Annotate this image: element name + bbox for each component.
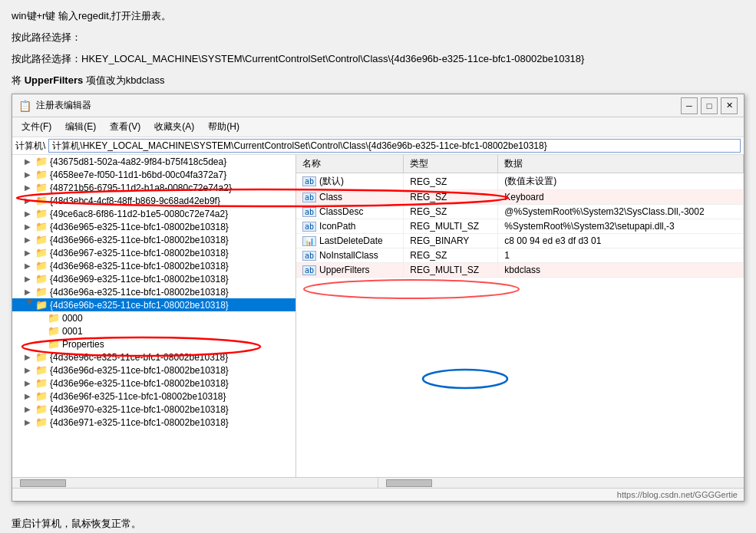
value-data: (数值未设置) — [498, 173, 744, 190]
tree-arrow-icon[interactable]: ▶ — [25, 157, 35, 166]
values-row[interactable]: abNoInstallClassREG_SZ1 — [296, 248, 744, 263]
tree-label: {4d36e968-e325-11ce-bfc1-08002be10318} — [50, 261, 229, 271]
value-type: REG_SZ — [404, 173, 498, 190]
tree-item[interactable]: ▶📁{48d3ebc4-4cf8-48ff-b869-9c68ad42eb9f} — [12, 194, 295, 207]
menu-item[interactable]: 帮助(H) — [202, 119, 246, 135]
tree-arrow-icon[interactable]: ▶ — [25, 235, 35, 244]
folder-icon: 📁 — [35, 169, 48, 180]
instruction-line3: 按此路径选择：HKEY_LOCAL_MACHINE\SYSTEM\Current… — [12, 51, 744, 67]
address-input[interactable] — [48, 139, 741, 153]
line4-prefix: 将 — [12, 74, 21, 86]
tree-item[interactable]: ▶📁{48721b56-6795-11d2-b1a8-0080c72e74a2} — [12, 181, 295, 194]
tree-item[interactable]: 📁0000 — [12, 311, 295, 324]
tree-label: {48d3ebc4-4cf8-48ff-b869-9c68ad42eb9f} — [50, 196, 220, 206]
tree-item[interactable]: ▶📁{49ce6ac8-6f86-11d2-b1e5-0080c72e74a2} — [12, 207, 295, 220]
main-content: ▶📁{43675d81-502a-4a82-9f84-b75f418c5dea}… — [12, 155, 744, 477]
tree-label: 0000 — [62, 313, 83, 324]
tree-arrow-icon[interactable]: ▶ — [26, 300, 35, 311]
tree-arrow-icon[interactable]: ▶ — [25, 288, 35, 296]
folder-icon: 📁 — [35, 247, 48, 258]
minimize-button[interactable]: ─ — [681, 97, 698, 114]
tree-arrow-icon[interactable]: ▶ — [25, 366, 35, 374]
tree-arrow-icon[interactable]: ▶ — [25, 183, 35, 192]
tree-arrow-icon[interactable]: ▶ — [25, 405, 35, 413]
value-type-icon: ab — [302, 192, 316, 202]
tree-item[interactable]: ▶📁{4d36e96b-e325-11ce-bfc1-08002be10318} — [12, 298, 295, 311]
tree-item[interactable]: ▶📁{4d36e969-e325-11ce-bfc1-08002be10318} — [12, 272, 295, 285]
h-scrollbar-left[interactable] — [12, 479, 378, 488]
tree-label: {4d36e966-e325-11ce-bfc1-08002be10318} — [50, 235, 229, 245]
tree-label: {4d36e96c-e325-11ce-bfc1-08002be10318} — [50, 352, 228, 363]
tree-label: {4d36e96b-e325-11ce-bfc1-08002be10318} — [50, 300, 229, 311]
tree-label: {4d36e96d-e325-11ce-bfc1-08002be10318} — [50, 365, 229, 376]
values-row[interactable]: abClassREG_SZKeyboard — [296, 190, 744, 205]
values-row[interactable]: 📊LastDeleteDateREG_BINARYc8 00 94 ed e3 … — [296, 234, 744, 248]
value-name: 📊LastDeleteDate — [296, 234, 404, 248]
tree-item[interactable]: ▶📁{4d36e968-e325-11ce-bfc1-08002be10318} — [12, 259, 295, 272]
values-row[interactable]: abIconPathREG_MULTI_SZ%SystemRoot%\Syste… — [296, 219, 744, 234]
menu-item[interactable]: 文件(F) — [15, 119, 58, 135]
tree-item[interactable]: ▶📁{4d36e965-e325-11ce-bfc1-08002be10318} — [12, 220, 295, 233]
menu-item[interactable]: 查看(V) — [104, 119, 147, 135]
tree-item[interactable]: ▶📁{4d36e96f-e325-11ce-bfc1-08002be10318} — [12, 390, 295, 403]
window-title: 注册表编辑器 — [36, 99, 91, 112]
maximize-button[interactable]: □ — [701, 97, 718, 114]
value-type: REG_MULTI_SZ — [404, 219, 498, 234]
tree-arrow-icon[interactable]: ▶ — [25, 418, 35, 426]
folder-icon: 📁 — [35, 221, 48, 232]
tree-arrow-icon[interactable]: ▶ — [25, 196, 35, 205]
h-scrollbar-right[interactable] — [378, 479, 744, 488]
tree-item[interactable]: 📁Properties — [12, 337, 295, 350]
tree-panel[interactable]: ▶📁{43675d81-502a-4a82-9f84-b75f418c5dea}… — [12, 155, 296, 477]
tree-item[interactable]: ▶📁{4d36e96a-e325-11ce-bfc1-08002be10318} — [12, 285, 295, 298]
col-type: 类型 — [404, 155, 498, 173]
tree-arrow-icon[interactable]: ▶ — [25, 379, 35, 387]
menu-item[interactable]: 收藏夹(A) — [148, 119, 200, 135]
tree-arrow-icon[interactable]: ▶ — [25, 209, 35, 218]
values-row[interactable]: abUpperFiltersREG_MULTI_SZkbdclass — [296, 263, 744, 278]
tree-arrow-icon[interactable]: ▶ — [25, 222, 35, 231]
tree-arrow-icon[interactable]: ▶ — [25, 170, 35, 179]
tree-label: {4658ee7e-f050-11d1-b6bd-00c04fa372a7} — [50, 169, 226, 180]
tree-item[interactable]: ▶📁{4d36e971-e325-11ce-bfc1-08002be10318} — [12, 416, 295, 429]
tree-item[interactable]: ▶📁{4d36e970-e325-11ce-bfc1-08002be10318} — [12, 403, 295, 416]
tree-arrow-icon[interactable]: ▶ — [25, 275, 35, 283]
folder-icon: 📁 — [35, 377, 48, 389]
value-name: ab(默认) — [296, 173, 404, 190]
tree-arrow-icon[interactable]: ▶ — [25, 392, 35, 400]
values-row[interactable]: abClassDescREG_SZ@%SystemRoot%\System32\… — [296, 205, 744, 219]
folder-icon: 📁 — [35, 286, 48, 298]
tree-item[interactable]: ▶📁{4658ee7e-f050-11d1-b6bd-00c04fa372a7} — [12, 168, 295, 181]
line4-bold: UpperFilters — [25, 74, 84, 86]
tree-item[interactable]: ▶📁{4d36e96d-e325-11ce-bfc1-08002be10318} — [12, 364, 295, 377]
tree-item[interactable]: ▶📁{43675d81-502a-4a82-9f84-b75f418c5dea} — [12, 155, 295, 168]
tree-arrow-icon[interactable]: ▶ — [25, 262, 35, 270]
values-row[interactable]: ab(默认)REG_SZ(数值未设置) — [296, 173, 744, 190]
tree-item[interactable]: 📁0001 — [12, 324, 295, 337]
folder-icon: 📁 — [35, 299, 48, 311]
tree-item[interactable]: ▶📁{4d36e96e-e325-11ce-bfc1-08002be10318} — [12, 377, 295, 390]
scrollbar-area — [12, 477, 744, 488]
value-type-icon: ab — [302, 265, 316, 275]
menu-item[interactable]: 编辑(E) — [59, 119, 102, 135]
h-thumb-left[interactable] — [20, 479, 66, 487]
tree-arrow-icon[interactable]: ▶ — [25, 353, 35, 361]
tree-arrow-icon[interactable]: ▶ — [25, 248, 35, 257]
values-panel[interactable]: 名称 类型 数据 ab(默认)REG_SZ(数值未设置)abClassREG_S… — [296, 155, 744, 477]
folder-icon: 📁 — [35, 416, 48, 428]
values-header-row: 名称 类型 数据 — [296, 155, 744, 173]
close-button[interactable]: ✕ — [721, 97, 738, 114]
value-type: REG_SZ — [404, 248, 498, 263]
value-type-icon: ab — [302, 176, 316, 186]
tree-item[interactable]: ▶📁{4d36e96c-e325-11ce-bfc1-08002be10318} — [12, 350, 295, 364]
tree-label: Properties — [62, 339, 104, 350]
tree-label: {43675d81-502a-4a82-9f84-b75f418c5dea} — [50, 156, 226, 167]
value-type-icon: ab — [302, 251, 316, 261]
folder-icon: 📁 — [35, 273, 48, 285]
tree-label: {4d36e965-e325-11ce-bfc1-08002be10318} — [50, 222, 229, 232]
tree-item[interactable]: ▶📁{4d36e966-e325-11ce-bfc1-08002be10318} — [12, 233, 295, 246]
value-name: abNoInstallClass — [296, 248, 404, 263]
h-thumb-right[interactable] — [386, 479, 432, 487]
instruction-line2: 按此路径选择： — [12, 29, 744, 46]
tree-item[interactable]: ▶📁{4d36e967-e325-11ce-bfc1-08002be10318} — [12, 246, 295, 259]
